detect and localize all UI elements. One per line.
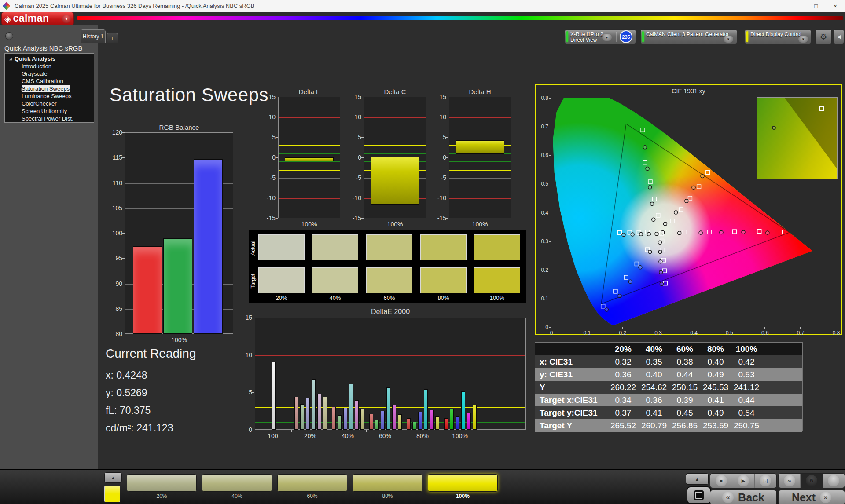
y-tick-label: 90 [107,281,122,287]
cie-y-tick: 0.5 [538,181,548,187]
chevron-down-icon[interactable]: ▼ [798,36,808,43]
table-row: Target y:CIE310.370.410.450.490.54 [535,406,802,419]
pattern-up-icon[interactable]: ▲ [104,472,122,483]
meter-dropdown[interactable]: X-Rite i1Pro 2Direct View ▼ 235 [565,29,636,44]
cie-measured-marker [674,211,678,214]
sidebar-item-saturation-sweeps[interactable]: Saturation Sweeps [5,85,94,92]
sidebar-item-introduction[interactable]: Introduction [5,62,94,70]
tick-mark [276,137,278,138]
meter-status-stripe [566,31,568,42]
chevron-down-icon[interactable]: ▼ [602,34,612,41]
deltae-bar [412,422,416,430]
cie-measured-marker [652,218,655,221]
y-tick-label: 5 [346,134,361,140]
tick-mark [361,178,364,178]
tick-mark [446,218,448,219]
tab-add-button[interactable]: + [107,33,118,43]
level-button-80%[interactable]: 80% [353,474,422,500]
cie-measured-marker [647,232,650,236]
gear-icon[interactable]: ⚙ [815,29,832,44]
level-button-40%[interactable]: 40% [202,474,272,500]
collapse-panel-icon[interactable]: ◀ [834,29,844,44]
y-tick-label: 95 [107,255,122,261]
cie-measured-marker [622,233,625,237]
tree-root[interactable]: ◢Quick Analysis [5,55,94,62]
cie-measured-marker [643,146,647,149]
loop-icon[interactable]: ∞ [779,474,801,488]
sidebar-item-colorchecker[interactable]: ColorChecker [5,100,94,107]
pattern-window-button[interactable] [687,486,711,504]
calman-menu-button[interactable]: ◈ calman ▼ [1,12,74,26]
delta_l-x-label: 100% [278,221,340,228]
refresh-icon[interactable]: ↻ [801,474,823,488]
measure-glyph: [·] [760,475,771,486]
deltae-bar [424,389,428,430]
sidebar-item-screen-uniformity[interactable]: Screen Uniformity [5,107,94,115]
table-header-60%: 60% [669,344,700,354]
table-cell: 0.34 [608,395,639,405]
deltae-bar [450,409,454,430]
table-header-20%: 20% [608,344,639,354]
pattern-label: CalMAN Client 3 Pattern Generator [646,32,729,37]
deltae2000-plot [255,318,526,430]
next-button[interactable]: Next » [778,490,845,504]
record-icon[interactable] [823,474,845,488]
cie-1931-panel[interactable]: CIE 1931 xy 00.10.20.30.40.50.60.70.80.8… [535,84,842,335]
measure-icon[interactable]: [·] [755,474,776,488]
sidebar-item-luminance-sweeps[interactable]: Luminance Sweeps [5,92,94,100]
close-button[interactable]: × [826,0,845,12]
deltae-bar [375,420,379,430]
tick-mark [361,218,364,219]
pattern-window-icon [694,490,704,500]
play-icon[interactable]: ▶ [732,474,754,488]
limit-line-yellow [449,170,511,171]
back-button[interactable]: « Back [710,490,777,504]
meter-count-badge[interactable]: 235 [620,30,632,43]
y-tick-label: 0 [346,154,361,161]
cie-measured-marker [659,260,662,263]
y-tick-label: 5 [261,134,276,140]
table-cell: 0.36 [639,395,669,405]
tick-mark [122,284,125,284]
level-button-20%[interactable]: 20% [127,474,197,500]
pattern-generator-dropdown[interactable]: CalMAN Client 3 Pattern Generator ▼ [640,29,737,44]
cie-y-tick: 0.2 [538,267,548,273]
sidebar-item-cms-calibration[interactable]: CMS Calibration [5,77,94,85]
y-tick-label: -5 [261,175,276,181]
row-label: Y [535,383,608,392]
display-control-dropdown[interactable]: Direct Display Control ▼ [745,29,811,44]
current-pattern-swatch[interactable] [104,486,120,502]
tick-mark [446,97,448,97]
deltae-bar [381,411,385,430]
sidebar-item-grayscale[interactable]: Grayscale [5,70,94,77]
gridline [449,178,511,179]
tab-history-1[interactable]: History 1 [81,29,106,43]
gridline [279,138,340,138]
level-button-100%[interactable]: 100% [428,474,498,500]
delta_h-x-label: 100% [449,221,511,228]
target-swatch-60% [366,267,412,293]
panel-up-icon[interactable]: ▲ [686,473,709,485]
delta_h-plot [449,97,511,218]
deltae-bar [306,398,310,430]
minimize-button[interactable]: – [787,0,806,12]
cie-measured-marker [699,231,702,234]
sidebar-radio-icon[interactable] [5,32,13,40]
gridline [449,138,511,138]
cie-measured-marker [618,294,621,298]
stop-icon[interactable]: ■ [710,474,732,488]
tick-mark [122,208,125,208]
deltae-group-label-20%: 20% [293,432,328,439]
cie-x-tick: 0.1 [581,330,593,336]
sidebar-item-spectral-power-dist-[interactable]: Spectral Power Dist. [5,115,94,122]
chevron-down-icon[interactable]: ▼ [724,36,733,43]
maximize-button[interactable]: □ [806,0,826,12]
table-cell: 0.40 [639,370,669,380]
row-label: x: CIE31 [535,357,608,367]
y-tick-label: 110 [107,180,122,186]
chevrons-right-icon: » [820,492,831,503]
level-swatch [127,474,197,492]
level-button-60%[interactable]: 60% [277,474,347,500]
y-tick-label: 10 [346,114,361,120]
delta_c-x-label: 100% [364,221,426,228]
